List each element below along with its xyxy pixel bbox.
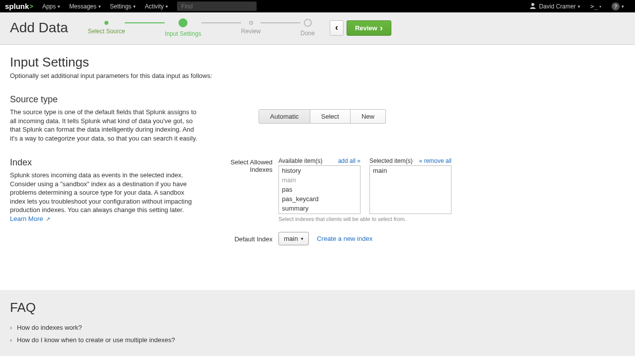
logo[interactable]: splunk> — [5, 2, 33, 10]
page-title: Add Data — [10, 20, 68, 36]
remove-all-link[interactable]: « remove all — [419, 157, 452, 164]
section-heading: Input Settings — [10, 55, 625, 70]
help-menu[interactable]: ?▾ — [612, 2, 624, 10]
faq-item[interactable]: › How do I know when to create or use mu… — [10, 334, 625, 346]
allowed-indexes-label: Select Allowed Indexes — [219, 157, 278, 222]
global-search-input[interactable] — [177, 1, 257, 11]
nav-apps[interactable]: Apps▾ — [42, 3, 60, 10]
help-icon: ? — [612, 2, 620, 10]
faq-heading: FAQ — [10, 300, 625, 315]
source-type-select[interactable]: Select — [310, 109, 351, 124]
default-index-dropdown[interactable]: main▾ — [278, 232, 309, 245]
list-item[interactable]: pas — [279, 185, 360, 194]
faq-item[interactable]: › How do indexes work? — [10, 321, 625, 334]
add-all-link[interactable]: add all » — [338, 157, 361, 164]
index-heading: Index — [10, 157, 199, 168]
nav-activity[interactable]: Activity▾ — [145, 3, 168, 10]
user-icon — [530, 2, 536, 10]
available-list[interactable]: history main pas pas_keycard summary — [278, 165, 361, 214]
source-type-desc: The source type is one of the default fi… — [10, 108, 199, 143]
index-desc: Splunk stores incoming data as events in… — [10, 171, 199, 223]
source-type-toggle: Automatic Select New — [259, 109, 386, 124]
review-button[interactable]: Review — [347, 20, 391, 36]
faq-section: FAQ › How do indexes work? › How do I kn… — [0, 290, 635, 356]
default-index-label: Default Index — [219, 234, 278, 243]
list-item[interactable]: main — [370, 166, 451, 175]
list-item[interactable]: history — [279, 166, 360, 175]
chevron-left-icon — [335, 24, 338, 32]
chevron-right-icon: › — [10, 324, 12, 331]
step-done[interactable]: Done — [300, 19, 315, 37]
nav-messages[interactable]: Messages▾ — [69, 3, 101, 10]
list-item[interactable]: main — [279, 175, 360, 185]
list-item[interactable]: summary — [279, 204, 360, 213]
step-review[interactable]: Review — [241, 21, 261, 35]
available-label: Available item(s) — [278, 157, 322, 164]
chevron-down-icon: ▾ — [301, 236, 303, 241]
svg-point-0 — [531, 3, 534, 6]
back-button[interactable] — [330, 20, 344, 36]
selected-label: Selected item(s) — [369, 157, 413, 164]
section-subheading: Optionally set additional input paramete… — [10, 72, 625, 79]
terminal-icon[interactable]: >_▾ — [590, 2, 602, 10]
chevron-right-icon: › — [10, 337, 12, 344]
list-item[interactable]: pas_keycard — [279, 194, 360, 204]
learn-more-link[interactable]: Learn More ↗ — [10, 215, 50, 222]
step-select-source[interactable]: Select Source — [88, 21, 125, 35]
user-menu[interactable]: David Cramer▾ — [530, 2, 580, 10]
create-index-link[interactable]: Create a new index — [317, 235, 372, 242]
source-type-heading: Source type — [10, 94, 199, 105]
stepper: Select Source Input Settings Review Done — [88, 18, 315, 37]
source-type-new[interactable]: New — [351, 109, 386, 124]
selected-list[interactable]: main — [369, 165, 452, 214]
wizard-header: Add Data Select Source Input Settings Re… — [0, 12, 635, 45]
source-type-automatic[interactable]: Automatic — [259, 109, 310, 124]
indexes-helper-text: Select indexes that clients will be able… — [278, 216, 452, 222]
top-nav: splunk> Apps▾ Messages▾ Settings▾ Activi… — [0, 0, 635, 12]
nav-settings[interactable]: Settings▾ — [110, 3, 136, 10]
step-input-settings[interactable]: Input Settings — [165, 18, 201, 37]
external-link-icon: ↗ — [46, 216, 50, 222]
